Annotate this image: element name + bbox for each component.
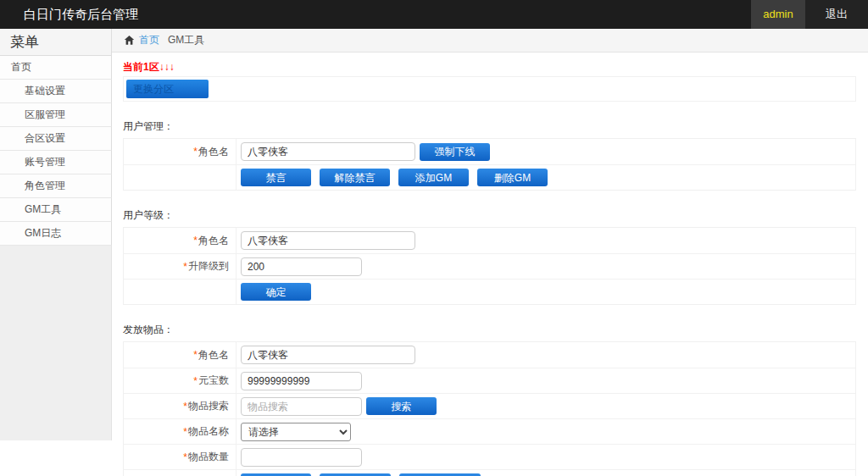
remove-gm-button[interactable]: 删除GM xyxy=(477,169,548,186)
form-row: *角色名 xyxy=(124,342,855,368)
required-mark: * xyxy=(193,375,198,387)
home-icon xyxy=(124,35,135,46)
label-text: 升降级到 xyxy=(188,259,229,274)
form-field: 确定 xyxy=(236,280,855,304)
role-name-label: *角色名 xyxy=(124,139,236,164)
label-text: 物品数量 xyxy=(188,450,229,464)
sidebar-item-account-mgmt[interactable]: 账号管理 xyxy=(0,151,112,174)
section-title-give-items: 发放物品： xyxy=(123,323,856,335)
form-row: 发放物品 发元宝(涨V) 发元宝(不涨V) xyxy=(124,469,855,476)
sidebar-item-home[interactable]: 首页 xyxy=(0,56,112,80)
sidebar-item-basic-settings[interactable]: 基础设置 xyxy=(0,80,112,103)
breadcrumb-home-link[interactable]: 首页 xyxy=(139,33,159,47)
label-text: 角色名 xyxy=(198,145,229,159)
sidebar-item-gm-tools[interactable]: GM工具 xyxy=(0,198,112,222)
label-text: 物品搜索 xyxy=(188,399,229,413)
form-field xyxy=(236,228,855,253)
change-zone-button[interactable]: 更换分区 xyxy=(126,80,209,98)
sidebar-filler xyxy=(0,246,112,440)
sidebar-item-gm-logs[interactable]: GM日志 xyxy=(0,222,112,246)
role-name-input[interactable] xyxy=(241,231,415,250)
form-field xyxy=(236,342,855,368)
breadcrumb-current: GM工具 xyxy=(168,33,204,47)
role-name-input[interactable] xyxy=(241,346,415,364)
form-field xyxy=(236,254,855,279)
empty-label xyxy=(124,470,236,476)
label-text: 物品名称 xyxy=(188,424,229,439)
form-field xyxy=(236,445,855,469)
required-mark: * xyxy=(183,261,187,273)
topbar: 白日门传奇后台管理 admin 退出 xyxy=(0,0,868,29)
confirm-button[interactable]: 确定 xyxy=(241,283,311,301)
sidebar-item-merge-settings[interactable]: 合区设置 xyxy=(0,127,112,151)
form-row: *角色名 强制下线 xyxy=(124,139,855,164)
form-field xyxy=(236,368,855,393)
label-text: 角色名 xyxy=(198,348,229,363)
form-field: 发放物品 发元宝(涨V) 发元宝(不涨V) xyxy=(236,470,855,476)
item-search-label: *物品搜索 xyxy=(124,394,236,418)
yuanbao-label: *元宝数 xyxy=(124,368,236,393)
required-mark: * xyxy=(193,235,198,246)
form-row: *物品搜索 搜索 xyxy=(124,393,855,418)
search-button[interactable]: 搜索 xyxy=(366,397,437,415)
item-qty-label: *物品数量 xyxy=(124,445,236,469)
form-field: 搜索 xyxy=(236,394,855,418)
form-row: *元宝数 xyxy=(124,368,855,393)
form-field: 禁言 解除禁言 添加GM 删除GM xyxy=(236,165,855,190)
user-mgmt-form: *角色名 强制下线 禁言 解除禁言 添加GM 删除GM xyxy=(123,138,856,191)
level-label: *升降级到 xyxy=(124,254,236,279)
add-gm-button[interactable]: 添加GM xyxy=(398,169,469,186)
required-mark: * xyxy=(193,146,198,158)
sidebar-header: 菜单 xyxy=(0,29,112,56)
required-mark: * xyxy=(193,349,198,361)
app-title: 白日门传奇后台管理 xyxy=(0,0,751,29)
form-row: *角色名 xyxy=(124,228,855,253)
role-name-label: *角色名 xyxy=(124,228,236,253)
yuanbao-input[interactable] xyxy=(241,372,362,390)
form-row: *物品名称 请选择 xyxy=(124,418,855,444)
empty-label xyxy=(124,280,236,304)
zone-selector-box: 更换分区 xyxy=(123,76,856,102)
role-name-input[interactable] xyxy=(241,142,415,161)
label-text: 元宝数 xyxy=(198,374,229,388)
form-field: 请选择 xyxy=(236,419,855,444)
required-mark: * xyxy=(183,401,187,412)
form-row: 确定 xyxy=(124,279,855,304)
logout-button[interactable]: 退出 xyxy=(805,0,868,29)
give-items-form: *角色名 *元宝数 *物品搜索 xyxy=(123,341,856,476)
sidebar-item-role-mgmt[interactable]: 角色管理 xyxy=(0,174,112,198)
level-input[interactable] xyxy=(241,257,362,276)
section-title-user-level: 用户等级： xyxy=(123,208,856,221)
form-row: 禁言 解除禁言 添加GM 删除GM xyxy=(124,164,855,190)
form-row: *物品数量 xyxy=(124,444,855,469)
main-content: 首页 GM工具 当前1区↓↓↓ 更换分区 用户管理： *角色名 强制下线 xyxy=(112,29,868,476)
label-text: 角色名 xyxy=(198,234,229,248)
empty-label xyxy=(124,165,236,190)
mute-button[interactable]: 禁言 xyxy=(241,169,311,186)
breadcrumb: 首页 GM工具 xyxy=(112,29,868,53)
required-mark: * xyxy=(183,426,187,438)
item-qty-input[interactable] xyxy=(241,448,362,467)
sidebar: 菜单 首页 基础设置 区服管理 合区设置 账号管理 角色管理 GM工具 GM日志 xyxy=(0,29,112,476)
form-field: 强制下线 xyxy=(236,139,855,164)
current-zone-notice: 当前1区↓↓↓ xyxy=(123,60,856,74)
section-title-user-mgmt: 用户管理： xyxy=(123,119,856,132)
role-name-label: *角色名 xyxy=(124,342,236,368)
item-name-select[interactable]: 请选择 xyxy=(241,423,351,441)
unmute-button[interactable]: 解除禁言 xyxy=(320,169,390,186)
required-mark: * xyxy=(183,451,187,463)
item-search-input[interactable] xyxy=(241,397,362,416)
item-name-label: *物品名称 xyxy=(124,419,236,444)
force-offline-button[interactable]: 强制下线 xyxy=(420,143,490,161)
sidebar-item-server-mgmt[interactable]: 区服管理 xyxy=(0,103,112,127)
form-row: *升降级到 xyxy=(124,253,855,279)
user-level-form: *角色名 *升降级到 确定 xyxy=(123,227,856,305)
user-menu[interactable]: admin xyxy=(751,0,805,29)
